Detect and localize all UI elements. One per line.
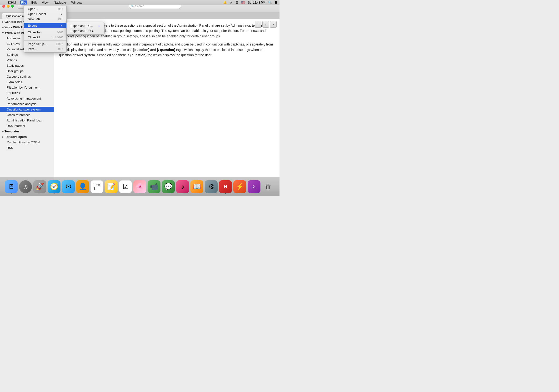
sysprefs-icon: ⚙	[208, 183, 214, 191]
content-area: ‹ ↑ › a list of questions and the answer…	[54, 19, 280, 191]
submenu-arrow-icon: ▶	[99, 25, 101, 27]
menu-open[interactable]: Open... ⌘O	[24, 6, 66, 11]
dock-facetime[interactable]: 📹	[148, 180, 160, 193]
window-menu[interactable]: Window	[70, 0, 83, 5]
sidebar-item-settings[interactable]: Settings	[0, 52, 54, 57]
menu-close-all[interactable]: Close All ⌥⇧⌘W	[24, 35, 66, 40]
collapse-icon: ▶	[2, 130, 4, 133]
menu-export[interactable]: Export ▶ Export as PDF... ▶ Export as EP…	[24, 23, 66, 28]
sidebar-item-rss[interactable]: RSS	[0, 145, 54, 150]
menu-item-label: Export	[28, 24, 37, 27]
dock-notes[interactable]: 📝	[105, 180, 118, 193]
sidebar-item-filtration[interactable]: Filtration by IP, login or...	[0, 85, 54, 90]
dock-messages[interactable]: 💬	[162, 180, 175, 193]
menu-item-label: Page Setup...	[28, 42, 47, 46]
sidebar-item-question-answer[interactable]: Question/answer system	[0, 107, 54, 112]
submenu-arrow-icon: ▶	[61, 24, 63, 27]
menu-print[interactable]: Print... ⌘P	[24, 47, 66, 51]
dock-reminders[interactable]: ☑	[119, 180, 132, 193]
sidebar-item-admin-panel-log[interactable]: Administration Panel log...	[0, 118, 54, 123]
sidebar-item-label: Question/answer system	[7, 108, 40, 111]
notification-icon[interactable]: 🔔	[223, 1, 227, 4]
view-menu[interactable]: View	[41, 0, 49, 5]
dock-launchpad[interactable]: 🚀	[33, 180, 46, 193]
sidebar-item-label: Templates	[5, 130, 19, 133]
sidebar-item-extra-fields[interactable]: Extra fields	[0, 79, 54, 85]
menu-separator	[24, 29, 66, 29]
dock-system-preferences[interactable]: ⚙	[205, 180, 218, 193]
sidebar-item-for-developers[interactable]: ▶ For developers	[0, 134, 54, 140]
dock-calendar[interactable]: FEB3	[91, 180, 103, 193]
sidebar-item-static-pages[interactable]: Static pages	[0, 63, 54, 68]
apple-menu[interactable]	[2, 2, 4, 3]
dock-mail[interactable]: ✉	[62, 180, 75, 193]
collapse-icon: ▶	[2, 21, 4, 23]
sidebar-item-templates[interactable]: ▶ Templates	[0, 129, 54, 134]
dock-ichm[interactable]: H	[219, 180, 232, 193]
dock-reeder[interactable]: ⚡	[233, 180, 246, 193]
dock-books[interactable]: 📖	[190, 180, 203, 193]
menu-open-recent[interactable]: Open Recent ▶	[24, 11, 66, 16]
dock-trash[interactable]: 🗑	[262, 180, 275, 193]
sidebar-item-user-groups[interactable]: User groups	[0, 68, 54, 74]
sidebar-item-label: Static pages	[7, 64, 24, 67]
content-forward-button[interactable]: ›	[270, 21, 277, 28]
menu-new-tab[interactable]: New Tab ⌘T	[24, 16, 66, 21]
trash-icon: 🗑	[265, 183, 272, 191]
app-name[interactable]: iCHM	[7, 0, 17, 5]
sidebar-item-label: Votings	[7, 58, 17, 62]
menu-item-label: Close All	[28, 36, 40, 39]
content-back-button[interactable]: ‹	[255, 21, 261, 28]
dock: 🖥 ◎ 🚀 🧭 ✉ 👤 FEB3 📝 ☑ 🌸	[0, 177, 280, 196]
sidebar-item-votings[interactable]: Votings	[0, 57, 54, 63]
menubar-left: iCHM File Edit View Navigate Window	[2, 0, 83, 5]
menu-page-setup[interactable]: Page Setup... ⇧⌘P	[24, 41, 66, 47]
finder-icon: 🖥	[8, 183, 15, 191]
music-icon: ♪	[181, 183, 184, 191]
menu-item-label: Export as PDF...	[70, 24, 93, 28]
submenu-arrow-icon: ▶	[61, 13, 63, 15]
safari-icon: 🧭	[50, 183, 58, 191]
navigate-menu[interactable]: Navigate	[53, 0, 67, 5]
edit-menu[interactable]: Edit	[30, 0, 37, 5]
expand-icon: ▼	[2, 32, 4, 34]
menu-item-label: Open...	[28, 7, 38, 11]
language-icon[interactable]: 🇺🇸	[241, 1, 245, 4]
notes-icon: 📝	[107, 183, 115, 191]
content-paragraph-2: Question and answer system is fully auto…	[59, 42, 275, 58]
controls-icon[interactable]: ☰	[275, 1, 278, 4]
sidebar-item-performance[interactable]: Performance analysis	[0, 101, 54, 107]
screen-icon[interactable]: 🖥	[235, 1, 238, 4]
launchpad-icon: 🚀	[36, 183, 44, 191]
messages-icon: 💬	[164, 183, 173, 191]
search-menubar-icon[interactable]: 🔍	[268, 1, 272, 4]
sidebar-item-rss-informer[interactable]: RSS informer	[0, 123, 54, 129]
dock-music[interactable]: ♪	[176, 180, 189, 193]
file-menu[interactable]: File	[20, 0, 27, 5]
dock-soulver[interactable]: Σ	[248, 180, 261, 193]
airdrop-icon[interactable]: ◎	[230, 1, 232, 4]
sidebar-item-label: Filtration by IP, login or...	[7, 86, 40, 89]
export-submenu: Export as PDF... ▶ Export as EPUB...	[66, 22, 104, 35]
dock-contacts[interactable]: 👤	[76, 180, 89, 193]
menu-close-tab[interactable]: Close Tab ⌘W	[24, 30, 66, 35]
dock-safari[interactable]: 🧭	[48, 180, 60, 193]
menu-export-epub[interactable]: Export as EPUB...	[67, 28, 104, 33]
dock-photos[interactable]: 🌸	[133, 180, 146, 193]
sidebar-item-label: RSS	[7, 146, 13, 149]
sidebar-item-run-cron[interactable]: Run functions by CRON	[0, 140, 54, 145]
dock-finder[interactable]: 🖥	[5, 180, 18, 193]
menu-separator	[24, 40, 66, 41]
sidebar-item-category-settings[interactable]: Category settings	[0, 74, 54, 79]
sidebar-item-label: Extra fields	[7, 80, 22, 84]
sidebar-item-label: Run functions by CRON	[7, 140, 40, 144]
content-up-button[interactable]: ↑	[262, 21, 269, 28]
reeder-icon: ⚡	[236, 183, 244, 191]
sidebar-item-label: IP utilities	[7, 91, 20, 95]
menu-item-shortcut: ⌘T	[58, 17, 63, 21]
sidebar-item-cross-references[interactable]: Cross-references	[0, 112, 54, 118]
menu-export-pdf[interactable]: Export as PDF... ▶	[67, 23, 104, 28]
dock-siri[interactable]: ◎	[19, 180, 32, 193]
sidebar-item-advertising[interactable]: Advertising management	[0, 96, 54, 101]
sidebar-item-ip-utilities[interactable]: IP utilities	[0, 90, 54, 96]
